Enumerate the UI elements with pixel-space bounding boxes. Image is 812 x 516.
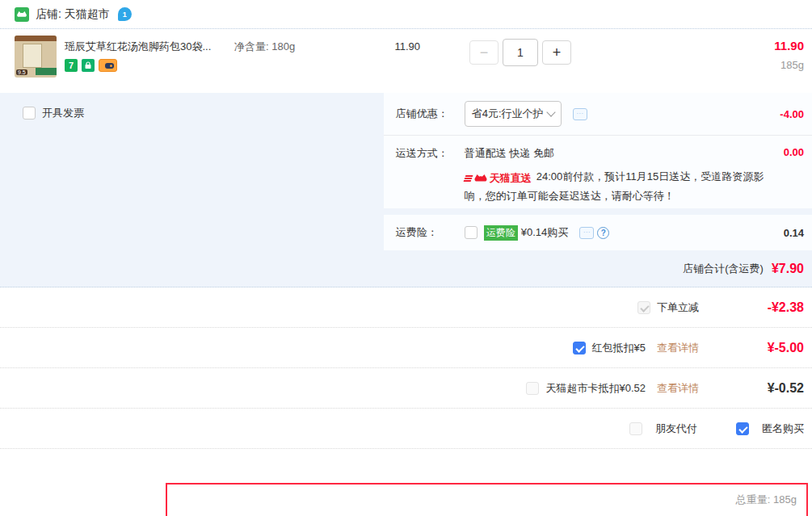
- invoice-label: 开具发票: [42, 106, 84, 120]
- chevron-down-icon: [546, 107, 555, 116]
- quantity-plus-button[interactable]: +: [542, 40, 571, 65]
- product-image-band: [36, 68, 57, 75]
- red-packet-row: 红包抵扣¥5 查看详情 ¥-5.00: [0, 328, 812, 368]
- insurance-badge: 运费险: [484, 225, 518, 241]
- market-card-checkbox[interactable]: [526, 382, 539, 395]
- total-weight-label: 总重量:: [736, 493, 771, 506]
- quantity-stepper: − +: [469, 39, 571, 66]
- promo-label: 店铺优惠：: [396, 107, 465, 121]
- quantity-minus-button[interactable]: −: [469, 40, 499, 65]
- insurance-comment-icon[interactable]: ···: [579, 227, 594, 239]
- market-card-label: 天猫超市卡抵扣¥0.52: [545, 381, 646, 396]
- promo-selected-option: 省4元:行业个护: [472, 107, 548, 121]
- product-net-content: 净含量: 180g: [234, 40, 295, 54]
- tmall-direct-logo: 天猫直送: [465, 170, 532, 187]
- instant-discount-label: 下单立减: [657, 300, 699, 315]
- divider: [384, 208, 812, 215]
- red-packet-label: 红包抵扣¥5: [592, 341, 646, 355]
- line-subtotal: 11.90: [774, 39, 804, 52]
- shipping-amount: 0.00: [784, 146, 804, 158]
- product-image-banner: [15, 36, 57, 41]
- insurance-label: 运费险：: [396, 225, 465, 240]
- speed-lines-icon: [463, 175, 473, 182]
- payment-summary-box: 总重量: 185g 实付款: ¥ 0.52: [166, 483, 808, 516]
- store-order-panel: 开具发票 店铺优惠： 省4元:行业个护 ··· -4.00 运送方式： 普通配送…: [0, 93, 812, 287]
- red-packet-details-link[interactable]: 查看详情: [657, 341, 699, 355]
- store-total-amount: ¥7.90: [772, 262, 804, 276]
- product-image[interactable]: 9.5: [15, 36, 57, 78]
- wangwang-chat-icon[interactable]: 1: [118, 7, 132, 21]
- store-total-label: 店铺合计(含运费): [683, 262, 764, 276]
- invoice-checkbox[interactable]: [23, 107, 36, 120]
- shipping-row: 运送方式： 普通配送 快递 免邮 天猫直送 24:00前付款，预计11月15日送…: [384, 136, 812, 208]
- product-row: 9.5 瑶辰艾草红花汤泡脚药包30袋... 净含量: 180g 7 11.90 …: [0, 29, 812, 93]
- market-card-amount: ¥-0.52: [699, 381, 804, 396]
- instant-discount-amount: -¥2.38: [699, 300, 804, 315]
- tmall-cat-icon: [473, 174, 488, 183]
- shipping-label: 运送方式：: [396, 146, 465, 161]
- insurance-checkbox[interactable]: [465, 226, 478, 239]
- membership-card-icon: [99, 59, 117, 72]
- line-weight: 185g: [774, 59, 804, 71]
- promo-row: 店铺优惠： 省4元:行业个护 ··· -4.00: [384, 93, 812, 136]
- insurance-row: 运费险： 运费险 ¥0.14购买 ··· ? 0.14: [384, 215, 812, 250]
- store-bar: 店铺: 天猫超市 1: [0, 0, 812, 29]
- red-packet-checkbox[interactable]: [573, 342, 586, 354]
- store-name: 店铺: 天猫超市: [36, 7, 110, 22]
- seven-day-return-icon: 7: [65, 59, 78, 72]
- instant-discount-checkbox[interactable]: [637, 301, 650, 314]
- promo-select[interactable]: 省4元:行业个护: [465, 101, 562, 127]
- instant-discount-row: 下单立减 -¥2.38: [0, 287, 812, 328]
- market-card-row: 天猫超市卡抵扣¥0.52 查看详情 ¥-0.52: [0, 368, 812, 409]
- actual-payment-amount: 0.52: [750, 510, 797, 516]
- promo-amount: -4.00: [780, 108, 804, 120]
- pay-options-row: 朋友代付 匿名购买: [0, 409, 812, 449]
- market-card-details-link[interactable]: 查看详情: [657, 381, 699, 396]
- quantity-input[interactable]: [503, 39, 538, 66]
- unit-price: 11.90: [372, 40, 420, 52]
- anonymous-checkbox[interactable]: [736, 422, 749, 435]
- tmall-direct-label: 天猫直送: [490, 170, 532, 187]
- shipping-note: 天猫直送 24:00前付款，预计11月15日送达，受道路资源影响，您的订单可能会…: [465, 168, 784, 205]
- product-image-label: [23, 44, 42, 68]
- friend-pay-label: 朋友代付: [655, 422, 697, 436]
- store-total-row: 店铺合计(含运费) ¥7.90: [0, 250, 812, 287]
- shipping-method: 普通配送 快递 免邮: [465, 146, 784, 161]
- insurance-amount: 0.14: [784, 227, 804, 239]
- anonymous-label: 匿名购买: [762, 422, 804, 436]
- friend-pay-checkbox[interactable]: [629, 422, 642, 435]
- help-icon[interactable]: ?: [597, 227, 609, 239]
- red-packet-amount: ¥-5.00: [699, 341, 804, 355]
- tmall-supermarket-icon: [15, 7, 29, 22]
- product-image-price: 9.5: [16, 69, 27, 75]
- shopping-bag-icon: [82, 59, 95, 72]
- product-title[interactable]: 瑶辰艾草红花汤泡脚药包30袋...: [65, 40, 210, 54]
- promo-comment-icon[interactable]: ···: [573, 108, 587, 120]
- insurance-price-text: ¥0.14购买: [521, 225, 569, 240]
- total-weight-value: 185g: [773, 493, 797, 506]
